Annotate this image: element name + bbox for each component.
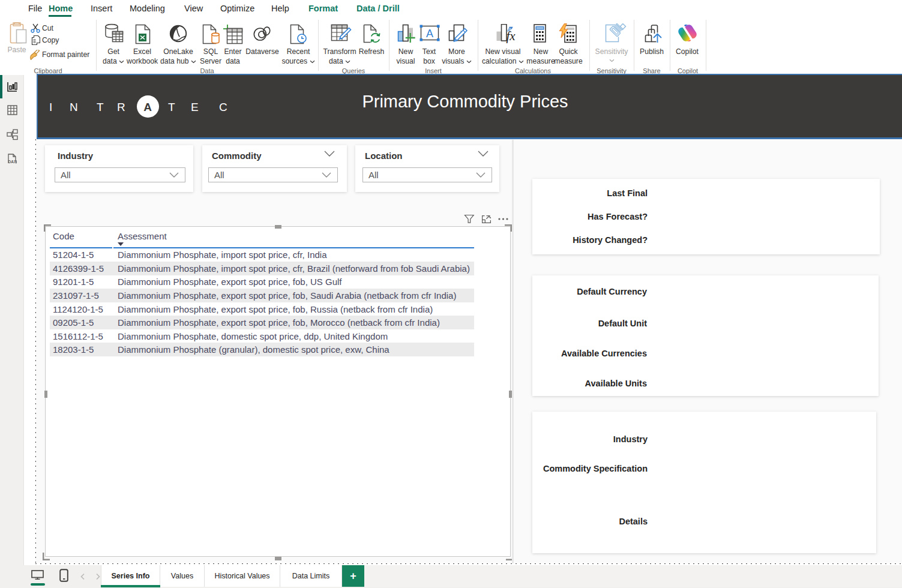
svg-text:DAX: DAX bbox=[8, 160, 17, 164]
svg-text:A: A bbox=[426, 28, 433, 40]
svg-text:fx: fx bbox=[507, 29, 516, 43]
